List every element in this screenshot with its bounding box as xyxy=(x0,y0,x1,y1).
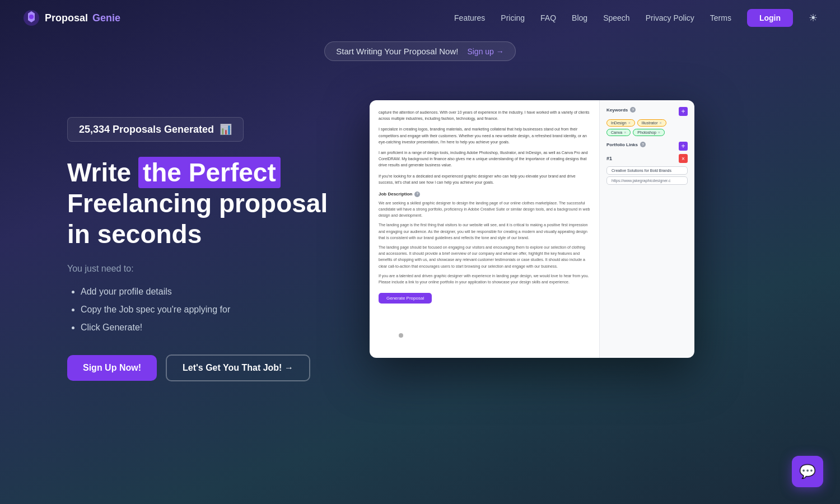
right-side: capture the attention of audiences. With… xyxy=(370,100,795,358)
portfolio-row-1: #1 × xyxy=(606,154,688,163)
job-desc-para-4: If you are a talented and driven graphic… xyxy=(379,273,590,285)
chat-icon: 💬 xyxy=(799,464,816,479)
keywords-tags: InDesign × Illustrator × Canva × Photosh… xyxy=(606,119,688,136)
tag-indesign[interactable]: InDesign × xyxy=(606,119,635,127)
job-description-label: Job Description ? xyxy=(379,191,590,198)
portfolio-url: https://www.jakegraphicdesigner.c xyxy=(606,176,688,185)
tag-canva[interactable]: Canva × xyxy=(606,129,631,136)
logo-proposal-text: Proposal xyxy=(45,12,88,24)
preview-container: capture the attention of audiences. With… xyxy=(370,100,694,358)
banner-pill: Start Writing Your Proposal Now! Sign up… xyxy=(324,41,516,61)
step-1: Add your profile details xyxy=(81,283,336,301)
header: ProposalGenie Features Pricing FAQ Blog … xyxy=(0,0,840,36)
proposal-para-1: capture the attention of audiences. With… xyxy=(379,109,590,122)
banner-signup-link[interactable]: Sign up → xyxy=(467,47,503,56)
job-desc-info-icon[interactable]: ? xyxy=(414,192,420,197)
left-side: 25,334 Proposals Generated 📊 Write the P… xyxy=(67,117,336,381)
steps-list: Add your profile details Copy the Job sp… xyxy=(67,283,336,337)
job-desc-para-2: The landing page is the first thing that… xyxy=(379,222,590,241)
portfolio-tag-label: Creative Solutions for Bold Brands xyxy=(606,166,688,175)
headline-perfect: the Perfect xyxy=(138,157,281,188)
nav-blog[interactable]: Blog xyxy=(572,13,587,22)
chat-widget[interactable]: 💬 xyxy=(792,456,823,487)
keywords-info-icon[interactable]: ? xyxy=(630,107,636,113)
job-desc-para-3: The landing page should be focused on en… xyxy=(379,244,590,269)
nav-features[interactable]: Features xyxy=(454,13,485,22)
signup-button[interactable]: Sign Up Now! xyxy=(67,355,157,381)
keywords-add-button[interactable]: + xyxy=(679,107,688,116)
cta-buttons: Sign Up Now! Let's Get You That Job! → xyxy=(67,354,336,381)
portfolio-number: #1 xyxy=(606,156,612,161)
login-button[interactable]: Login xyxy=(747,9,793,27)
banner-text: Start Writing Your Proposal Now! xyxy=(336,46,458,56)
step-2: Copy the Job spec you're applying for xyxy=(81,301,336,319)
proposal-para-2: I specialize in creating logos, branding… xyxy=(379,126,590,145)
logo[interactable]: ProposalGenie xyxy=(22,9,120,27)
top-banner: Start Writing Your Proposal Now! Sign up… xyxy=(0,41,840,61)
counter-box: 25,334 Proposals Generated 📊 xyxy=(67,117,244,142)
job-desc-para-1: We are seeking a skilled graphic designe… xyxy=(379,200,590,219)
theme-toggle-button[interactable]: ☀ xyxy=(809,12,818,24)
proposal-panel: capture the attention of audiences. With… xyxy=(370,100,599,358)
proposal-para-4: If you're looking for a dedicated and ex… xyxy=(379,173,590,185)
keywords-panel: Keywords ? + InDesign × Illustrator × xyxy=(599,100,694,358)
portfolio-delete-button[interactable]: × xyxy=(679,154,688,163)
keywords-title: Keywords ? xyxy=(606,107,636,113)
nav-terms[interactable]: Terms xyxy=(710,13,731,22)
proposal-para-3: I am proficient in a range of design too… xyxy=(379,150,590,169)
get-job-button[interactable]: Let's Get You That Job! → xyxy=(166,354,310,381)
headline-suffix: Freelancing proposal in seconds xyxy=(67,189,328,249)
portfolio-add-button[interactable]: + xyxy=(679,142,688,151)
tag-illustrator[interactable]: Illustrator × xyxy=(637,119,666,127)
step-3: Click Generate! xyxy=(81,319,336,337)
main-content: 25,334 Proposals Generated 📊 Write the P… xyxy=(0,61,840,381)
tag-photoshop[interactable]: Photoshop × xyxy=(633,129,665,136)
headline: Write the Perfect Freelancing proposal i… xyxy=(67,157,336,250)
portfolio-title: Portfolio Links ? xyxy=(606,142,646,147)
generate-proposal-button[interactable]: Generate Proposal xyxy=(379,293,432,304)
sun-icon: ☀ xyxy=(809,12,818,24)
counter-icon: 📊 xyxy=(220,123,232,136)
subtext: You just need to: xyxy=(67,264,336,274)
portfolio-info-icon[interactable]: ? xyxy=(640,142,646,147)
portfolio-section: Portfolio Links ? + #1 × Creative Soluti… xyxy=(606,142,688,185)
cursor-indicator xyxy=(399,333,403,338)
nav-speech[interactable]: Speech xyxy=(603,13,629,22)
logo-icon xyxy=(22,9,40,27)
headline-write: Write xyxy=(67,158,138,187)
nav-privacy[interactable]: Privacy Policy xyxy=(646,13,694,22)
svg-point-1 xyxy=(29,15,34,19)
nav-faq[interactable]: FAQ xyxy=(540,13,556,22)
nav-pricing[interactable]: Pricing xyxy=(501,13,525,22)
counter-text: 25,334 Proposals Generated xyxy=(79,124,214,136)
logo-genie-text: Genie xyxy=(92,12,120,24)
main-nav: Features Pricing FAQ Blog Speech Privacy… xyxy=(454,9,818,27)
